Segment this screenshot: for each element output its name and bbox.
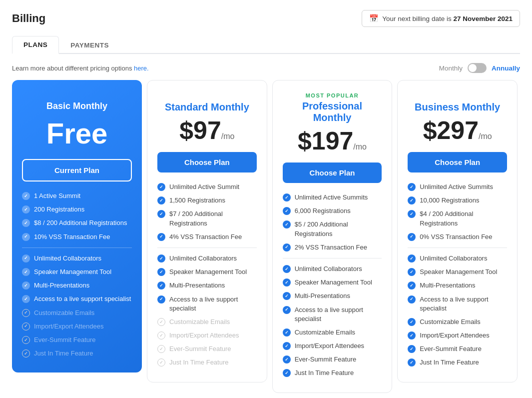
plan-business-price: $297/mo <box>408 118 507 143</box>
most-popular-label: MOST POPULAR <box>283 92 382 98</box>
list-item: Speaker Management Tool <box>157 268 257 276</box>
list-item: Just In Time Feature <box>22 349 132 358</box>
list-item: Customizable Emails <box>157 318 257 326</box>
plan-business: Business Monthly $297/mo Choose Plan Unl… <box>397 80 518 382</box>
check-icon <box>408 345 416 353</box>
plan-standard-features-group2: Unlimited Collaborators Speaker Manageme… <box>157 254 257 368</box>
list-item: Speaker Management Tool <box>408 268 507 276</box>
list-item: Ever-Summit Feature <box>283 355 382 364</box>
check-icon <box>157 233 165 241</box>
plan-standard-button[interactable]: Choose Plan <box>157 152 257 172</box>
check-icon <box>408 282 416 290</box>
toggle-row: Monthly Annually <box>439 63 520 73</box>
check-icon-disabled <box>157 345 165 353</box>
plan-standard-name: Standard Monthly <box>157 102 257 113</box>
check-icon-disabled <box>22 336 30 344</box>
list-item: Multi-Presentations <box>22 281 132 290</box>
plan-professional: MOST POPULAR Professional Monthly $197/m… <box>272 80 393 393</box>
list-item: 10% VSS Transaction Fee <box>22 232 132 242</box>
check-icon <box>283 356 291 364</box>
check-icon-disabled <box>157 358 165 366</box>
list-item: Unlimited Collaborators <box>283 264 382 274</box>
list-item: 4% VSS Transaction Fee <box>157 232 257 242</box>
list-item: $4 / 200 Additional Registrations <box>408 210 507 228</box>
check-icon <box>22 254 30 262</box>
list-item: Ever-Summit Feature <box>408 344 507 354</box>
list-item: Multi-Presentations <box>408 281 507 290</box>
check-icon-disabled <box>22 309 30 317</box>
plan-professional-price: $197/mo <box>283 128 382 154</box>
list-item: Just In Time Feature <box>283 368 382 378</box>
list-item: Import/Export Attendees <box>157 331 257 340</box>
list-item: Speaker Management Tool <box>283 278 382 287</box>
check-icon <box>157 282 165 290</box>
check-icon <box>408 254 416 262</box>
pricing-info-link[interactable]: here. <box>134 64 149 72</box>
list-item: Just In Time Feature <box>408 358 507 367</box>
plan-basic-price: Free <box>22 116 132 150</box>
list-item: 2% VSS Transaction Fee <box>283 243 382 252</box>
plans-grid: Basic Monthly Free Current Plan 1 Active… <box>12 80 520 393</box>
check-icon-disabled <box>22 322 30 330</box>
check-icon <box>408 183 416 191</box>
list-item: Import/Export Attendees <box>22 322 132 331</box>
list-item: Unlimited Active Summits <box>283 193 382 202</box>
list-item: Import/Export Attendees <box>408 331 507 340</box>
tab-plans[interactable]: PLANS <box>12 36 59 54</box>
check-icon <box>408 210 416 218</box>
plan-professional-features-group2: Unlimited Collaborators Speaker Manageme… <box>283 264 382 378</box>
check-icon <box>157 196 165 204</box>
tab-payments[interactable]: PAYMENTS <box>59 36 120 54</box>
plan-basic-name: Basic Monthly <box>22 101 132 112</box>
check-icon <box>283 306 291 314</box>
check-icon <box>408 318 416 326</box>
page-wrapper: Billing 📅 Your next billing date is 27 N… <box>0 0 532 398</box>
check-icon <box>22 268 30 276</box>
plan-business-features-group2: Unlimited Collaborators Speaker Manageme… <box>408 254 507 368</box>
check-icon-disabled <box>157 332 165 340</box>
list-item: Unlimited Active Summit <box>157 182 257 192</box>
billing-toggle[interactable] <box>468 63 487 73</box>
check-icon <box>283 207 291 215</box>
plan-basic-button[interactable]: Current Plan <box>22 159 132 182</box>
list-item: Customizable Emails <box>408 318 507 326</box>
check-icon <box>22 233 30 241</box>
plan-standard: Standard Monthly $97/mo Choose Plan Unli… <box>147 80 267 382</box>
check-icon-disabled <box>22 350 30 358</box>
check-icon <box>22 206 30 214</box>
check-icon <box>283 328 291 336</box>
list-item: Customizable Emails <box>22 308 132 318</box>
check-icon <box>157 254 165 262</box>
plan-business-button[interactable]: Choose Plan <box>408 152 507 172</box>
check-icon <box>22 219 30 227</box>
monthly-label: Monthly <box>439 64 463 72</box>
check-icon <box>408 268 416 276</box>
calendar-icon: 📅 <box>369 14 379 23</box>
list-item: Access to a live support specialist <box>22 294 132 304</box>
billing-date-text: Your next billing date is 27 November 20… <box>382 15 513 22</box>
check-icon <box>408 332 416 340</box>
list-item: Access to a live support specialist <box>408 295 507 313</box>
check-icon <box>157 268 165 276</box>
list-item: Access to a live support specialist <box>283 306 382 324</box>
plan-professional-name: Professional Monthly <box>283 100 382 124</box>
check-icon <box>157 210 165 218</box>
check-icon <box>22 192 30 200</box>
list-item: 6,000 Registrations <box>283 206 382 216</box>
check-icon <box>283 278 291 286</box>
list-item: $5 / 200 Additional Registrations <box>283 220 382 238</box>
check-icon <box>283 220 291 228</box>
list-item: Unlimited Collaborators <box>408 254 507 263</box>
list-item: 10,000 Registrations <box>408 196 507 205</box>
list-item: Speaker Management Tool <box>22 268 132 276</box>
plan-basic-features-group1: 1 Active Summit 200 Registrations $8 / 2… <box>22 192 132 242</box>
check-icon <box>408 358 416 366</box>
list-item: Unlimited Collaborators <box>157 254 257 263</box>
plan-professional-button[interactable]: Choose Plan <box>283 162 382 183</box>
list-item: Ever-Summit Feature <box>157 344 257 354</box>
list-item: Just In Time Feature <box>157 358 257 367</box>
check-icon <box>283 292 291 300</box>
list-item: 1,500 Registrations <box>157 196 257 205</box>
list-item: $8 / 200 Additional Registrations <box>22 218 132 228</box>
check-icon <box>22 282 30 290</box>
